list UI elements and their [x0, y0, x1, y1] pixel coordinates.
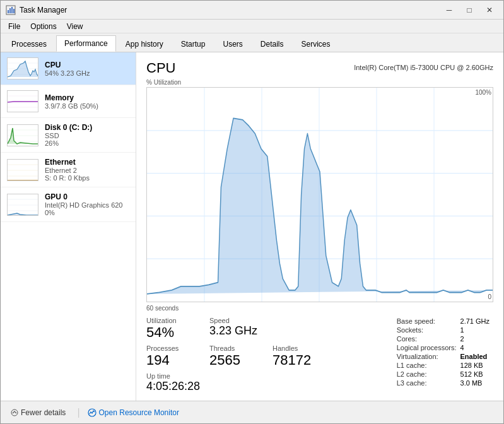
svg-rect-3 [11, 7, 13, 13]
sidebar-item-disk[interactable]: Disk 0 (C: D:) SSD 26% [1, 118, 136, 153]
tab-details[interactable]: Details [252, 36, 292, 52]
threads-label: Threads [209, 344, 260, 352]
processes-stat: Processes 194 [146, 344, 197, 368]
cpu-thumbnail [7, 57, 38, 80]
bottom-bar: Fewer details | Open Resource Monitor [1, 401, 503, 423]
svg-rect-1 [8, 10, 9, 13]
handles-label: Handles [273, 344, 323, 352]
cores-value: 2 [460, 334, 493, 343]
app-icon [6, 5, 16, 15]
chart-min-label: 0 [488, 293, 491, 300]
memory-name: Memory [45, 93, 129, 102]
sidebar-item-ethernet[interactable]: Ethernet Ethernet 2 S: 0 R: 0 Kbps [1, 153, 136, 187]
speed-value: 3.23 GHz [209, 324, 260, 338]
threads-value: 2565 [209, 352, 260, 368]
cores-row: Cores: 2 [397, 334, 493, 343]
disk-info: Disk 0 (C: D:) SSD 26% [45, 123, 129, 147]
tab-app-history[interactable]: App history [117, 36, 172, 52]
l3-label: L3 cache: [397, 379, 460, 387]
processes-threads-handles-row: Processes 194 Threads 2565 Handles 78172 [146, 344, 390, 368]
base-speed-value: 2.71 GHz [460, 317, 493, 326]
ethernet-name: Ethernet [45, 158, 129, 167]
maximize-button[interactable]: □ [460, 4, 478, 16]
separator: | [77, 407, 79, 418]
ethernet-sub1: Ethernet 2 [45, 167, 129, 174]
chart-time-left: 60 seconds [146, 305, 179, 312]
ethernet-sub2: S: 0 R: 0 Kbps [45, 174, 129, 182]
cpu-chart-svg [147, 88, 493, 302]
cpu-header: CPU Intel(R) Core(TM) i5-7300U CPU @ 2.6… [146, 60, 493, 76]
l1-row: L1 cache: 128 KB [397, 361, 493, 370]
menu-options[interactable]: Options [25, 21, 61, 32]
sockets-label: Sockets: [397, 326, 460, 334]
chart-max-label: 100% [475, 89, 491, 96]
disk-sub2: 26% [45, 139, 129, 147]
tab-users[interactable]: Users [214, 36, 250, 52]
uptime-value: 4:05:26:28 [146, 380, 390, 393]
tab-services[interactable]: Services [293, 36, 339, 52]
gpu-info: GPU 0 Intel(R) HD Graphics 620 0% [45, 192, 129, 216]
l1-value: 128 KB [460, 361, 493, 370]
fewer-details-label: Fewer details [21, 408, 66, 417]
memory-sub1: 3.9/7.8 GB (50%) [45, 102, 129, 110]
open-monitor-label: Open Resource Monitor [99, 408, 179, 417]
base-speed-label: Base speed: [397, 317, 460, 326]
speed-stat: Speed 3.23 GHz [209, 317, 260, 341]
sockets-row: Sockets: 1 [397, 326, 493, 334]
svg-rect-4 [13, 9, 15, 13]
utilization-stat: Utilization 54% [146, 317, 197, 341]
logical-row: Logical processors: 4 [397, 343, 493, 352]
sidebar-item-cpu[interactable]: CPU 54% 3.23 GHz [1, 52, 136, 85]
memory-info: Memory 3.9/7.8 GB (50%) [45, 93, 129, 110]
chevron-up-icon [11, 409, 18, 416]
cpu-chart: 100% 0 [146, 87, 493, 302]
svg-rect-2 [9, 8, 11, 13]
l3-row: L3 cache: 3.0 MB [397, 379, 493, 387]
menu-view[interactable]: View [62, 21, 88, 32]
menu-file[interactable]: File [3, 21, 25, 32]
memory-thumbnail [7, 90, 38, 112]
virt-row: Virtualization: Enabled [397, 352, 493, 361]
uptime-stat: Up time 4:05:26:28 [146, 372, 390, 393]
utilization-speed-row: Utilization 54% Speed 3.23 GHz [146, 317, 390, 341]
fewer-details-button[interactable]: Fewer details [7, 407, 69, 418]
close-button[interactable]: ✕ [481, 4, 498, 16]
minimize-button[interactable]: ─ [440, 4, 458, 16]
window-controls: ─ □ ✕ [440, 4, 498, 16]
right-stats-table: Base speed: 2.71 GHz Sockets: 1 Cores: 2 [397, 317, 493, 387]
gpu-sub2: 0% [45, 209, 129, 216]
handles-value: 78172 [273, 352, 323, 368]
disk-name: Disk 0 (C: D:) [45, 123, 129, 132]
menu-bar: File Options View [1, 20, 503, 33]
disk-sub1: SSD [45, 132, 129, 139]
open-resource-monitor-button[interactable]: Open Resource Monitor [88, 408, 179, 417]
chart-label: % Utilization [146, 79, 493, 86]
tab-processes[interactable]: Processes [3, 36, 55, 52]
sidebar-item-memory[interactable]: Memory 3.9/7.8 GB (50%) [1, 85, 136, 118]
cpu-model: Intel(R) Core(TM) i5-7300U CPU @ 2.60GHz [354, 64, 493, 71]
l2-label: L2 cache: [397, 370, 460, 379]
utilization-label: Utilization [146, 317, 197, 324]
svg-point-35 [11, 409, 18, 416]
virt-value: Enabled [460, 352, 493, 361]
tab-bar: Processes Performance App history Startu… [1, 33, 503, 52]
gpu-name: GPU 0 [45, 192, 129, 201]
right-stats: Base speed: 2.71 GHz Sockets: 1 Cores: 2 [397, 317, 493, 387]
tab-performance[interactable]: Performance [56, 35, 116, 52]
uptime-label: Up time [146, 372, 390, 380]
threads-stat: Threads 2565 [209, 344, 260, 368]
ethernet-info: Ethernet Ethernet 2 S: 0 R: 0 Kbps [45, 158, 129, 182]
cores-label: Cores: [397, 334, 460, 343]
window-title: Task Manager [20, 6, 440, 15]
tab-startup[interactable]: Startup [173, 36, 214, 52]
l3-value: 3.0 MB [460, 379, 493, 387]
sidebar: CPU 54% 3.23 GHz Memory 3 [1, 52, 136, 401]
chart-time-labels: 60 seconds [146, 305, 493, 312]
cpu-name: CPU [45, 61, 129, 69]
processes-label: Processes [146, 344, 197, 352]
speed-label: Speed [209, 317, 260, 324]
processes-value: 194 [146, 352, 197, 368]
disk-thumbnail [7, 124, 38, 146]
sidebar-item-gpu[interactable]: GPU 0 Intel(R) HD Graphics 620 0% [1, 187, 136, 222]
gpu-sub1: Intel(R) HD Graphics 620 [45, 201, 129, 209]
